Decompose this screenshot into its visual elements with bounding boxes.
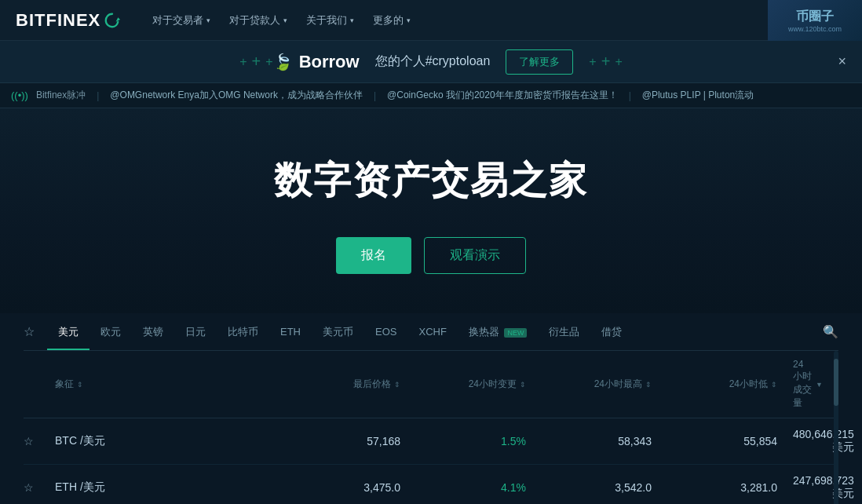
ticker-item: @CoinGecko 我们的2020年年度加密货币报告在这里！ — [387, 89, 618, 102]
plus-icon: + — [589, 55, 596, 69]
ticker-item: @OMGnetwork Enya加入OMG Network，成为战略合作伙伴 — [110, 89, 363, 102]
sort-icon: ⇕ — [645, 381, 652, 389]
chevron-down-icon: ▾ — [283, 16, 287, 24]
close-button[interactable]: × — [838, 53, 846, 70]
ticker: ((•)) Bitfinex脉冲 | @OMGnetwork Enya加入OMG… — [0, 83, 862, 108]
sort-icon: ⇕ — [520, 381, 526, 389]
ticker-separator: | — [629, 90, 631, 101]
table-row: ☆ ETH /美元 3,475.0 4.1% 3,542.0 3,281.0 2… — [24, 465, 838, 504]
banner: + + + 🍃 Borrow 您的个人#cryptoloan 了解更多 + + … — [0, 41, 862, 83]
symbol-eth[interactable]: ETH /美元 — [55, 480, 275, 495]
chevron-down-icon: ▾ — [407, 16, 411, 24]
search-icon[interactable]: 🔍 — [823, 313, 838, 350]
change-btc: 1.5% — [416, 435, 542, 447]
banner-decoration-left: + + + — [239, 53, 272, 71]
watermark-site: www.120btc.com — [788, 25, 842, 33]
ticker-item: @Plutus PLIP | Pluton流动 — [642, 89, 754, 102]
borrow-icon: 🍃 — [273, 53, 293, 71]
tab-jpy[interactable]: 日元 — [174, 314, 217, 350]
table-header: 象征 ⇕ 最后价格 ⇕ 24小时变更 ⇕ 24小时最高 ⇕ 24小时低 ⇕ — [24, 351, 838, 418]
demo-button[interactable]: 观看演示 — [424, 237, 526, 274]
watermark: 币圈子 www.120btc.com — [768, 0, 862, 41]
tab-gbp[interactable]: 英镑 — [132, 314, 174, 350]
brand-icon — [104, 12, 121, 29]
table-scrollbar-thumb — [834, 359, 838, 406]
chevron-down-icon: ▾ — [350, 16, 354, 24]
ticker-label: Bitfinex脉冲 — [36, 89, 86, 102]
navbar: BITFINEX 对于交易者 ▾ 对于贷款人 ▾ 关于我们 ▾ 更多的 ▾ 登录… — [0, 0, 862, 41]
market-section: ☆ 美元 欧元 英镑 日元 比特币 ETH 美元币 EOS XCHF 换热器 — [0, 313, 862, 504]
header-symbol[interactable]: 象征 ⇕ — [55, 359, 275, 410]
tab-badge: NEW — [504, 328, 527, 338]
plus-icon: + — [252, 53, 261, 71]
volume-eth: 247,698,723美元 — [793, 474, 862, 501]
hero-buttons: 报名 观看演示 — [336, 237, 526, 274]
tab-btc[interactable]: 比特币 — [217, 314, 269, 350]
change-eth: 4.1% — [416, 481, 542, 494]
sort-icon: ▼ — [816, 381, 823, 389]
market-table-container: 象征 ⇕ 最后价格 ⇕ 24小时变更 ⇕ 24小时最高 ⇕ 24小时低 ⇕ — [24, 351, 838, 504]
plus-icon: + — [265, 55, 272, 69]
header-change[interactable]: 24小时变更 ⇕ — [416, 359, 542, 410]
ticker-separator: | — [374, 90, 376, 101]
banner-content: 🍃 Borrow 您的个人#cryptoloan 了解更多 — [273, 49, 574, 75]
low-eth: 3,281.0 — [667, 481, 793, 494]
nav-item-traders[interactable]: 对于交易者 ▾ — [144, 9, 218, 32]
tab-derivatives[interactable]: 衍生品 — [538, 314, 590, 350]
market-table: 象征 ⇕ 最后价格 ⇕ 24小时变更 ⇕ 24小时最高 ⇕ 24小时低 ⇕ — [24, 351, 838, 504]
price-eth: 3,475.0 — [275, 481, 416, 494]
tab-xchf[interactable]: XCHF — [407, 315, 457, 349]
tab-eur[interactable]: 欧元 — [89, 314, 132, 350]
ticker-separator: | — [97, 90, 99, 101]
nav-item-more[interactable]: 更多的 ▾ — [365, 9, 418, 32]
learn-more-button[interactable]: 了解更多 — [506, 49, 573, 75]
tab-lending[interactable]: 借贷 — [590, 314, 633, 350]
borrow-label: 🍃 Borrow — [273, 52, 360, 72]
banner-subtitle: 您的个人#cryptoloan — [375, 53, 491, 70]
header-low[interactable]: 24小时低 ⇕ — [667, 359, 793, 410]
table-row: ☆ BTC /美元 57,168 1.5% 58,343 55,854 480,… — [24, 418, 838, 465]
nav-menu: 对于交易者 ▾ 对于贷款人 ▾ 关于我们 ▾ 更多的 ▾ — [144, 9, 765, 32]
high-btc: 58,343 — [542, 435, 667, 447]
tab-eth[interactable]: ETH — [269, 315, 312, 349]
tab-exchanger[interactable]: 换热器 NEW — [458, 314, 539, 350]
hero-section: 数字资产交易之家 报名 观看演示 — [0, 108, 862, 313]
brand-name: BITFINEX — [16, 10, 100, 31]
header-high[interactable]: 24小时最高 ⇕ — [542, 359, 667, 410]
sort-icon: ⇕ — [771, 381, 777, 389]
plus-icon: + — [601, 53, 611, 71]
table-scrollbar[interactable] — [834, 351, 838, 504]
volume-btc: 480,646,215美元 — [793, 428, 862, 455]
header-price[interactable]: 最后价格 ⇕ — [275, 359, 416, 410]
chevron-down-icon: ▾ — [206, 16, 210, 24]
hero-title: 数字资产交易之家 — [274, 155, 588, 206]
sort-icon: ⇕ — [394, 381, 400, 389]
ticker-pulse-icon: ((•)) — [11, 89, 28, 101]
tab-star-icon[interactable]: ☆ — [24, 313, 47, 350]
plus-icon: + — [239, 55, 247, 69]
market-tabs: ☆ 美元 欧元 英镑 日元 比特币 ETH 美元币 EOS XCHF 换热器 — [24, 313, 838, 351]
favorite-icon[interactable]: ☆ — [24, 481, 55, 494]
tab-eos[interactable]: EOS — [364, 315, 407, 349]
tab-usdt[interactable]: 美元币 — [312, 314, 364, 350]
symbol-btc[interactable]: BTC /美元 — [55, 434, 275, 448]
low-btc: 55,854 — [667, 435, 793, 447]
header-star — [24, 359, 55, 410]
favorite-icon[interactable]: ☆ — [24, 435, 55, 447]
header-volume[interactable]: 24小时成交量 ▼ — [793, 359, 838, 410]
banner-decoration-right: + + + — [589, 53, 622, 71]
price-btc: 57,168 — [275, 435, 416, 447]
logo: BITFINEX — [16, 10, 121, 31]
nav-item-about[interactable]: 关于我们 ▾ — [298, 9, 362, 32]
tab-usd[interactable]: 美元 — [47, 314, 89, 350]
signup-button[interactable]: 报名 — [336, 237, 411, 274]
watermark-logo: 币圈子 — [796, 9, 834, 25]
nav-item-lenders[interactable]: 对于贷款人 ▾ — [221, 9, 295, 32]
plus-icon: + — [615, 55, 622, 69]
high-eth: 3,542.0 — [542, 481, 667, 494]
sort-icon: ⇕ — [77, 381, 83, 389]
